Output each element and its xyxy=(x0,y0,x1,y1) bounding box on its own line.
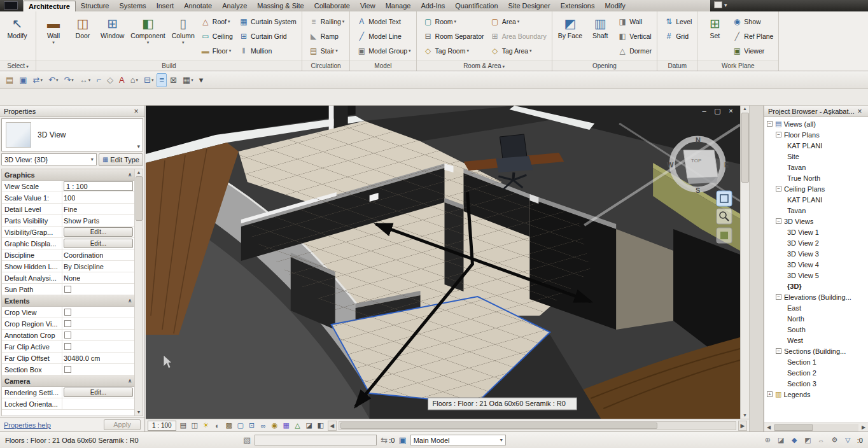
application-menu-icon[interactable] xyxy=(4,1,18,10)
ribbon-button[interactable]: ◣ Ramp xyxy=(307,29,347,43)
browser-tree-item[interactable]: Tavan xyxy=(764,205,868,216)
ribbon-button[interactable]: ◉ Show xyxy=(730,15,775,29)
ribbon-tab[interactable]: View xyxy=(355,1,381,11)
ribbon-button[interactable]: △ Dormer xyxy=(615,44,654,58)
close-hidden-windows-button[interactable]: ⊠ xyxy=(167,73,179,87)
property-edit-button[interactable]: Edit... xyxy=(64,227,133,237)
browser-tree-item[interactable]: North xyxy=(764,313,868,324)
tree-expander-icon[interactable]: − xyxy=(776,186,781,192)
ribbon-button[interactable]: ▢ Room ▾ xyxy=(421,15,486,29)
property-checkbox[interactable] xyxy=(64,309,71,316)
ribbon-button[interactable]: ⊞ Set xyxy=(701,13,729,60)
ribbon-tab[interactable]: Collaborate xyxy=(309,1,355,11)
ribbon-tab[interactable]: Architecture xyxy=(23,1,76,11)
view-scale-button[interactable]: 1 : 100 xyxy=(148,421,176,431)
property-value-cell[interactable] xyxy=(62,284,134,295)
reveal-hidden-elements-button[interactable]: ◉ xyxy=(269,421,281,431)
property-value-cell[interactable]: Edit... xyxy=(62,238,134,249)
visual-style-button[interactable]: ◫ xyxy=(189,421,200,431)
ribbon-panel-label[interactable]: Work Plane xyxy=(697,60,778,71)
browser-tree-item[interactable]: − Sections (Building... xyxy=(764,346,868,356)
section-button[interactable]: ⊟ ▾ xyxy=(141,73,156,87)
ribbon-button[interactable]: ◧ Component ▾ xyxy=(128,13,167,60)
highlight-displacement-sets-button[interactable]: ◪ xyxy=(304,421,315,431)
browser-tree-item[interactable]: Site xyxy=(764,151,868,162)
background-processes-indicator[interactable]: ⚙ xyxy=(829,435,840,445)
ribbon-button[interactable]: ▯ Column ▾ xyxy=(169,13,197,60)
ribbon-tab[interactable]: Modify xyxy=(599,1,630,11)
default-3d-view-button[interactable]: ⌂ ▾ xyxy=(128,73,141,87)
property-value[interactable]: Show Parts xyxy=(64,217,99,225)
ribbon-button[interactable]: ▭ Ceiling xyxy=(199,29,235,43)
browser-tree-item[interactable]: True North xyxy=(764,172,868,183)
property-value-cell[interactable]: Edit... xyxy=(62,387,134,398)
browser-tree-item[interactable]: Section 3 xyxy=(764,378,868,389)
viewport-restore-button[interactable]: ▢ xyxy=(713,107,722,115)
browser-tree-item[interactable]: − Ceiling Plans xyxy=(764,183,868,194)
shadows-button[interactable]: ◐ xyxy=(212,421,223,431)
tree-expander-icon[interactable]: − xyxy=(776,218,781,224)
property-checkbox[interactable] xyxy=(64,332,71,339)
undo-button[interactable]: ↶ ▾ xyxy=(46,73,60,87)
property-edit-button[interactable]: Edit... xyxy=(64,239,133,248)
ribbon-button[interactable]: ⊞ Window xyxy=(98,13,127,60)
browser-tree-item[interactable]: − Floor Plans xyxy=(764,129,868,140)
show-rendering-dialog-button[interactable]: ▩ xyxy=(223,421,235,431)
ribbon-tab[interactable]: Analyze xyxy=(217,1,252,11)
property-value-cell[interactable] xyxy=(62,330,134,340)
ribbon-tab[interactable]: Quantification xyxy=(450,1,503,11)
scroll-left-icon[interactable]: ◀ xyxy=(764,424,773,430)
select-underlay-toggle[interactable]: ◪ xyxy=(776,435,787,445)
edit-type-button[interactable]: ▦ Edit Type xyxy=(99,153,143,166)
open-button[interactable]: ▤ xyxy=(3,73,16,87)
close-icon[interactable]: × xyxy=(132,107,141,116)
browser-tree-item[interactable]: 3D View 3 xyxy=(764,248,868,259)
show-crop-region-button[interactable]: ⊡ xyxy=(246,421,258,431)
collapse-chevron-icon[interactable]: ∧ xyxy=(128,172,132,178)
property-checkbox[interactable] xyxy=(64,343,71,350)
ribbon-panel-label[interactable]: Model xyxy=(350,60,416,71)
scroll-left-button[interactable]: ◀ xyxy=(328,421,337,431)
browser-tree-item[interactable]: West xyxy=(764,335,868,346)
properties-help-link[interactable]: Properties help xyxy=(4,421,51,429)
ribbon-tab[interactable]: Massing & Site xyxy=(252,1,309,11)
filter-button[interactable]: ▽ xyxy=(843,435,853,445)
ribbon-panel-label[interactable]: Select▾ xyxy=(0,60,36,71)
ribbon-button[interactable]: ◇ Tag Room ▾ xyxy=(421,44,486,58)
ribbon-tab[interactable]: Systems xyxy=(114,1,151,11)
browser-tree-item[interactable]: + ▥ Legends xyxy=(764,389,868,400)
ribbon-panel-label[interactable]: Datum xyxy=(657,60,697,71)
property-group-header[interactable]: Graphics ∧ xyxy=(2,169,134,181)
ribbon-button[interactable]: ⊞ Curtain Grid xyxy=(237,29,298,43)
scrollbar-thumb[interactable] xyxy=(774,424,813,431)
property-value-cell[interactable] xyxy=(62,398,134,409)
ribbon-button[interactable]: A Model Text xyxy=(354,15,412,29)
ribbon-button[interactable]: ◇ Tag Area ▾ xyxy=(488,44,549,58)
view-selector-dropdown[interactable]: 3D View: {3D} ▾ xyxy=(1,153,97,165)
close-icon[interactable]: × xyxy=(855,107,864,116)
browser-tree-item[interactable]: 3D View 2 xyxy=(764,237,868,248)
browser-tree-item[interactable]: − Elevations (Building... xyxy=(764,291,868,302)
collapse-chevron-icon[interactable]: ∧ xyxy=(128,378,132,384)
ribbon-panel-label[interactable]: Opening xyxy=(552,60,657,71)
ribbon-tab[interactable]: Structure xyxy=(76,1,115,11)
scrollbar-thumb[interactable] xyxy=(741,113,749,183)
ribbon-tab[interactable]: Add-Ins xyxy=(416,1,450,11)
ribbon-panel-label[interactable]: Room & Area▾ xyxy=(417,60,552,71)
ribbon-button[interactable]: ▣ Model Group ▾ xyxy=(354,44,412,58)
viewport-minimize-button[interactable]: – xyxy=(700,107,708,115)
browser-tree-item[interactable]: Section 2 xyxy=(764,367,868,378)
property-checkbox[interactable] xyxy=(64,286,71,293)
browser-tree-item[interactable]: 3D View 4 xyxy=(764,259,868,270)
ribbon-button[interactable]: ▬ Wall ▾ xyxy=(39,13,67,60)
ribbon-button[interactable]: ◧ Vertical xyxy=(615,29,654,43)
property-value[interactable]: 100 xyxy=(64,194,75,202)
ribbon-button[interactable]: ◩ By Face xyxy=(556,13,585,60)
collapse-chevron-icon[interactable]: ∧ xyxy=(128,298,132,304)
ribbon-button[interactable]: ◨ Wall xyxy=(615,15,654,29)
editing-requests[interactable]: ⇆ :0 xyxy=(381,435,395,445)
viewport-horizontal-scrollbar[interactable] xyxy=(339,421,736,430)
tree-expander-icon[interactable]: − xyxy=(776,294,781,300)
ribbon-tab[interactable]: Site Designer xyxy=(503,1,556,11)
ribbon-button[interactable]: ▣ Viewer xyxy=(730,44,775,58)
